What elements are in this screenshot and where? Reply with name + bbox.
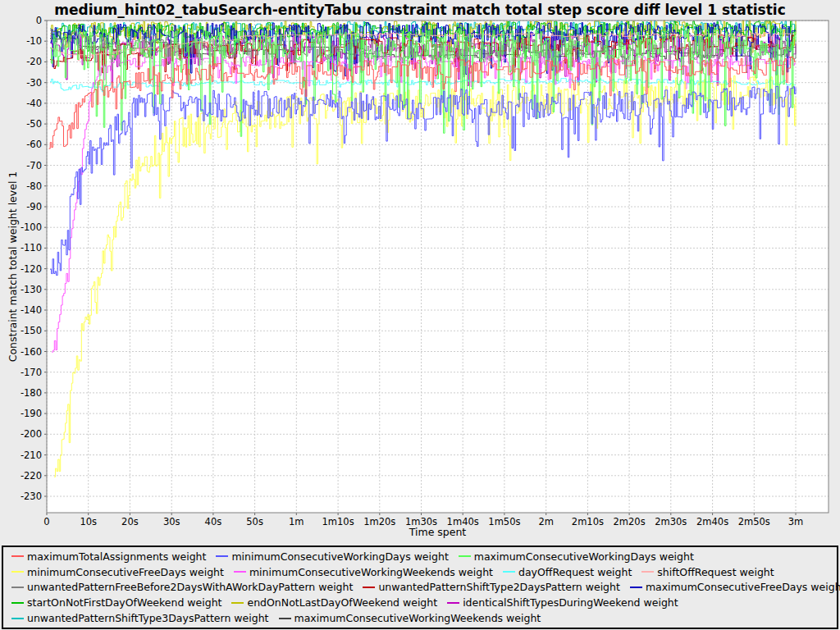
y-tick-label: -180 bbox=[21, 387, 42, 399]
legend-color-dash bbox=[11, 587, 24, 588]
legend-item-minimumConsecutiveFreeDays: minimumConsecutiveFreeDays weight bbox=[7, 566, 224, 578]
legend-label: maximumTotalAssignments weight bbox=[27, 550, 206, 563]
legend-color-dash bbox=[503, 571, 515, 573]
legend-item-unwantedPatternFreeBefore2DaysWithAWorkDayPattern: unwantedPatternFreeBefore2DaysWithAWorkD… bbox=[7, 581, 353, 593]
legend-label: maximumConsecutiveFreeDays weight bbox=[646, 581, 840, 593]
y-tick-label: -160 bbox=[21, 346, 42, 358]
y-tick-label: -200 bbox=[21, 428, 42, 440]
y-tick-label: -150 bbox=[21, 325, 42, 336]
legend-row: unwantedPatternShiftType3DaysPattern wei… bbox=[7, 612, 833, 624]
y-tick-label: -110 bbox=[21, 242, 42, 253]
legend: maximumTotalAssignments weightminimumCon… bbox=[2, 546, 838, 629]
legend-color-dash bbox=[11, 618, 24, 619]
legend-color-dash bbox=[447, 602, 459, 604]
legend-label: dayOffRequest weight bbox=[518, 566, 632, 578]
legend-label: shiftOffRequest weight bbox=[657, 566, 774, 578]
legend-item-maximumTotalAssignments: maximumTotalAssignments weight bbox=[7, 550, 206, 563]
y-tick-label: -20 bbox=[26, 56, 42, 67]
legend-label: unwantedPatternShiftType3DaysPattern wei… bbox=[27, 612, 269, 624]
y-tick-label: -230 bbox=[21, 491, 42, 502]
legend-color-dash bbox=[11, 602, 24, 604]
y-tick-label: -140 bbox=[21, 304, 42, 316]
legend-row: startOnNotFirstDayOfWeekend weightendOnN… bbox=[7, 596, 833, 609]
y-tick-label: -40 bbox=[26, 98, 42, 109]
legend-label: minimumConsecutiveFreeDays weight bbox=[27, 566, 224, 578]
legend-color-dash bbox=[216, 555, 228, 557]
legend-label: maximumConsecutiveWorkingDays weight bbox=[474, 550, 694, 563]
legend-label: identicalShiftTypesDuringWeekend weight bbox=[463, 596, 678, 609]
y-tick-label: -80 bbox=[26, 180, 42, 192]
legend-label: endOnNotLastDayOfWeekend weight bbox=[247, 596, 437, 609]
legend-color-dash bbox=[231, 602, 244, 604]
y-tick-label: -220 bbox=[21, 470, 42, 482]
legend-row: minimumConsecutiveFreeDays weightminimum… bbox=[7, 566, 833, 578]
legend-item-unwantedPatternShiftType3DaysPattern: unwantedPatternShiftType3DaysPattern wei… bbox=[7, 612, 269, 624]
legend-item-minimumConsecutiveWorkingWeekends: minimumConsecutiveWorkingWeekends weight bbox=[229, 566, 493, 578]
y-tick-label: -190 bbox=[21, 408, 42, 419]
legend-item-maximumConsecutiveWorkingDays: maximumConsecutiveWorkingDays weight bbox=[454, 550, 694, 563]
legend-color-dash bbox=[459, 555, 471, 557]
y-tick-label: -100 bbox=[21, 221, 42, 233]
y-tick-label: -130 bbox=[21, 284, 42, 295]
y-tick-label: -60 bbox=[26, 139, 42, 150]
x-axis-title: Time spent bbox=[47, 526, 829, 538]
y-tick-label: -120 bbox=[21, 263, 42, 275]
y-tick-label: -210 bbox=[21, 450, 42, 461]
legend-row: unwantedPatternFreeBefore2DaysWithAWorkD… bbox=[7, 581, 833, 593]
legend-label: unwantedPatternShiftType2DaysPattern wei… bbox=[378, 581, 620, 593]
y-tick-label: -170 bbox=[21, 367, 42, 378]
y-tick-label: -90 bbox=[26, 201, 42, 212]
legend-color-dash bbox=[641, 571, 654, 573]
legend-item-endOnNotLastDayOfWeekend: endOnNotLastDayOfWeekend weight bbox=[226, 596, 437, 609]
legend-item-minimumConsecutiveWorkingDays: minimumConsecutiveWorkingDays weight bbox=[211, 550, 448, 563]
legend-row: maximumTotalAssignments weightminimumCon… bbox=[7, 550, 833, 563]
y-tick-label: -30 bbox=[26, 77, 42, 89]
plot-area: 0-10-20-30-40-50-60-70-80-90-100-110-120… bbox=[0, 0, 840, 543]
legend-color-dash bbox=[363, 587, 375, 588]
y-tick-label: 0 bbox=[36, 15, 42, 26]
legend-color-dash bbox=[630, 587, 642, 588]
y-tick-label: -70 bbox=[26, 160, 42, 171]
legend-item-dayOffRequest: dayOffRequest weight bbox=[498, 566, 632, 578]
legend-label: minimumConsecutiveWorkingWeekends weight bbox=[249, 566, 493, 578]
legend-item-startOnNotFirstDayOfWeekend: startOnNotFirstDayOfWeekend weight bbox=[7, 596, 221, 609]
legend-label: startOnNotFirstDayOfWeekend weight bbox=[27, 596, 221, 609]
legend-label: unwantedPatternFreeBefore2DaysWithAWorkD… bbox=[27, 581, 353, 593]
legend-label: minimumConsecutiveWorkingDays weight bbox=[231, 550, 448, 563]
y-tick-label: -50 bbox=[26, 118, 42, 130]
legend-color-dash bbox=[11, 555, 24, 557]
legend-item-shiftOffRequest: shiftOffRequest weight bbox=[637, 566, 774, 578]
legend-color-dash bbox=[234, 571, 246, 573]
legend-item-maximumConsecutiveWorkingWeekends: maximumConsecutiveWorkingWeekends weight bbox=[274, 612, 541, 624]
legend-item-unwantedPatternShiftType2DaysPattern: unwantedPatternShiftType2DaysPattern wei… bbox=[358, 581, 620, 593]
y-tick-label: -10 bbox=[26, 35, 42, 47]
y-axis-title: Constraint match total weight level 1 bbox=[7, 171, 19, 363]
legend-item-identicalShiftTypesDuringWeekend: identicalShiftTypesDuringWeekend weight bbox=[442, 596, 678, 609]
legend-label: maximumConsecutiveWorkingWeekends weight bbox=[294, 612, 541, 624]
legend-color-dash bbox=[279, 618, 291, 619]
legend-color-dash bbox=[11, 571, 24, 573]
legend-item-maximumConsecutiveFreeDays: maximumConsecutiveFreeDays weight bbox=[625, 581, 840, 593]
